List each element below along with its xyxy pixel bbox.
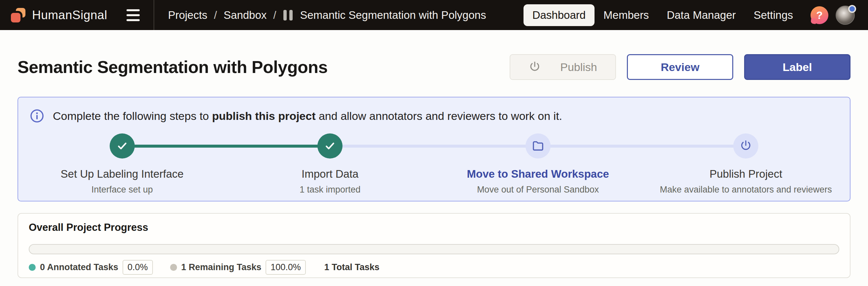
label-button[interactable]: Label [744, 54, 850, 80]
breadcrumb: Projects / Sandbox / Semantic Segmentati… [168, 9, 486, 22]
remaining-dot-icon [170, 264, 177, 271]
brand[interactable]: HumanSignal [10, 7, 107, 23]
banner-message: Complete the following steps to publish … [18, 108, 850, 124]
step-circle-pending [733, 133, 758, 159]
step-circle-done [317, 133, 342, 159]
breadcrumb-projects[interactable]: Projects [168, 9, 208, 22]
step-title: Set Up Labeling Interface [61, 168, 184, 180]
step-subtitle: Make available to annotators and reviewe… [660, 185, 832, 195]
step-title: Publish Project [709, 168, 782, 180]
step-circle-done [110, 133, 135, 159]
page-title: Semantic Segmentation with Polygons [18, 57, 328, 77]
annotated-percent-badge: 0.0% [123, 260, 153, 275]
step-subtitle: 1 task imported [300, 185, 361, 195]
progress-bar [29, 244, 839, 254]
help-icon[interactable]: ? [810, 6, 828, 24]
logo-square-coral [11, 13, 21, 23]
annotated-tasks-label: 0 Annotated Tasks [40, 262, 118, 273]
label-button-label: Label [783, 61, 812, 74]
power-icon [739, 139, 752, 153]
total-tasks-label: 1 Total Tasks [324, 262, 379, 273]
nav-tab-data-manager[interactable]: Data Manager [658, 4, 745, 26]
onboarding-stepper: Set Up Labeling Interface Interface set … [18, 133, 850, 195]
hamburger-menu-icon[interactable] [126, 9, 140, 21]
breadcrumb-separator: / [214, 9, 217, 22]
step-subtitle: Move out of Personal Sandbox [477, 185, 599, 195]
publish-button[interactable]: Publish [509, 54, 616, 80]
step-setup-labeling-interface: Set Up Labeling Interface Interface set … [18, 133, 226, 195]
step-import-data: Import Data 1 task imported [226, 133, 434, 195]
folder-icon [531, 139, 545, 153]
breadcrumb-sandbox[interactable]: Sandbox [224, 9, 267, 22]
review-button[interactable]: Review [627, 54, 733, 80]
check-icon [323, 139, 337, 153]
step-link-move-to-shared-workspace[interactable]: Move to Shared Workspace [467, 168, 609, 180]
publish-steps-banner: Complete the following steps to publish … [18, 97, 850, 201]
user-avatar[interactable] [836, 6, 855, 25]
nav-tab-members[interactable]: Members [594, 4, 658, 26]
info-icon [29, 108, 44, 124]
avatar-status-badge [848, 5, 856, 13]
publish-button-label: Publish [560, 61, 597, 74]
project-columns-icon [283, 10, 292, 21]
overall-progress-card: Overall Project Progress 0 Annotated Tas… [18, 213, 850, 278]
humansignal-logo-icon [10, 7, 26, 23]
progress-card-title: Overall Project Progress [29, 222, 839, 233]
check-icon [116, 139, 129, 153]
breadcrumb-project-name: Semantic Segmentation with Polygons [300, 9, 486, 22]
header-buttons: Publish Review Label [509, 54, 850, 80]
remaining-tasks-label: 1 Remaining Tasks [181, 262, 261, 273]
power-icon [528, 61, 541, 73]
step-title: Import Data [302, 168, 359, 180]
brand-name: HumanSignal [32, 8, 107, 22]
step-subtitle: Interface set up [92, 185, 153, 195]
navbar-right: Dashboard Members Data Manager Settings … [524, 4, 855, 26]
progress-legend: 0 Annotated Tasks 0.0% 1 Remaining Tasks… [29, 260, 839, 275]
step-circle-pending [526, 133, 551, 159]
nav-tab-settings[interactable]: Settings [745, 4, 802, 26]
banner-text: Complete the following steps to publish … [53, 109, 562, 123]
review-button-label: Review [660, 61, 699, 74]
annotated-dot-icon [29, 264, 36, 271]
remaining-percent-badge: 100.0% [266, 260, 306, 275]
page-header: Semantic Segmentation with Polygons Publ… [18, 54, 850, 80]
step-publish-project: Publish Project Make available to annota… [642, 133, 850, 195]
breadcrumb-separator: / [273, 9, 276, 22]
navbar-divider [154, 0, 154, 30]
step-move-to-shared-workspace: Move to Shared Workspace Move out of Per… [434, 133, 642, 195]
help-question-mark: ? [816, 10, 823, 21]
nav-tab-dashboard[interactable]: Dashboard [524, 4, 594, 26]
top-navbar: HumanSignal Projects / Sandbox / Semanti… [0, 0, 868, 30]
